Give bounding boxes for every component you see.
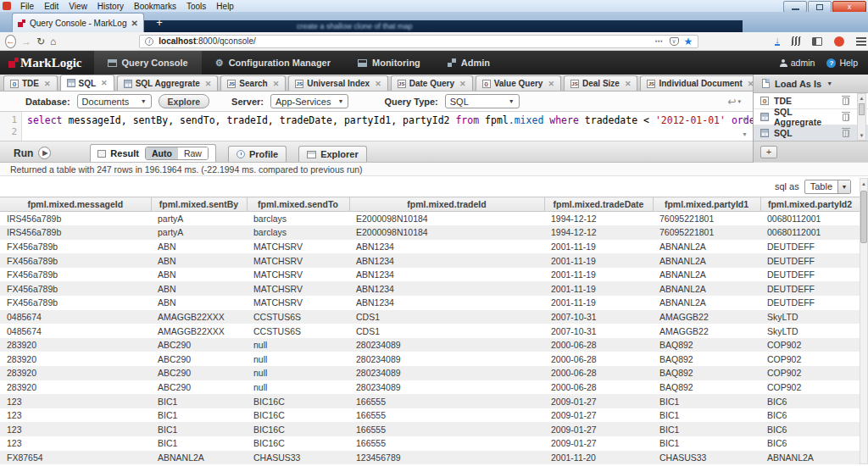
auto-raw-toggle: Auto Raw <box>145 147 209 160</box>
user-menu[interactable]: admin <box>780 58 815 68</box>
tab-sql[interactable]: SQL✕ <box>60 75 114 91</box>
forward-button[interactable]: → <box>21 36 31 47</box>
trash-icon[interactable] <box>843 130 849 137</box>
column-header[interactable]: fpml.mixed.tradeId <box>349 197 544 212</box>
sidebar-scrollbar[interactable]: ▲▼ <box>857 93 866 141</box>
page-actions-icon[interactable]: ⋯ <box>655 36 665 46</box>
tab-value-query[interactable]: {}Value Query✕ <box>476 75 561 91</box>
scroll-up-icon[interactable]: ▲ <box>858 94 865 103</box>
editor-scrollbar[interactable]: ▲▼ <box>740 115 749 137</box>
menu-item[interactable]: Edit <box>39 1 64 12</box>
close-icon[interactable]: ✕ <box>273 80 280 88</box>
site-info-icon[interactable]: i <box>145 37 153 46</box>
table-cell: BIC16C <box>247 408 349 423</box>
server-select[interactable]: App-Services▼ <box>270 94 348 108</box>
query-type-select[interactable]: SQL▼ <box>445 94 520 108</box>
extension-icon[interactable] <box>834 36 844 47</box>
menu-item[interactable]: File <box>15 1 39 12</box>
trash-icon[interactable] <box>843 114 849 121</box>
help-button[interactable]: ?Help <box>826 58 858 68</box>
tab-search[interactable]: JSSearch✕ <box>220 75 286 91</box>
menu-item[interactable]: Tools <box>181 1 211 12</box>
column-header[interactable]: fpml.mixed.partyId1 <box>653 197 760 212</box>
tab-close-icon[interactable]: ✕ <box>131 19 138 28</box>
column-header[interactable]: fpml.mixed.messageId <box>0 197 151 212</box>
nav-configuration-manager[interactable]: ⚙Configuration Manager <box>202 51 344 75</box>
home-icon[interactable]: ⌂ <box>50 36 56 47</box>
menu-hamburger-icon[interactable] <box>856 37 866 39</box>
downloads-icon[interactable]: ↓ <box>775 36 780 46</box>
close-icon[interactable]: ✕ <box>625 80 632 88</box>
url-text[interactable]: localhost:8000/qconsole/ <box>159 36 649 46</box>
tab-deal-size[interactable]: JSDeal Size✕ <box>564 75 637 91</box>
explore-button[interactable]: Explore <box>159 94 210 108</box>
tab-sql-aggregrate[interactable]: SQL Aggregrate✕ <box>117 75 219 91</box>
results-scrollbar[interactable]: ▲ <box>860 178 868 464</box>
close-icon[interactable]: ✕ <box>548 80 554 88</box>
column-header[interactable]: fpml.mixed.tradeDate <box>544 197 653 212</box>
menu-item[interactable]: Help <box>211 1 239 12</box>
tab-tde[interactable]: {}TDE✕ <box>3 75 58 91</box>
close-icon[interactable]: ✕ <box>101 79 108 87</box>
auto-toggle[interactable]: Auto <box>146 147 178 159</box>
close-icon[interactable]: ✕ <box>205 80 212 88</box>
close-icon[interactable]: ✕ <box>459 80 466 88</box>
new-tab-button[interactable]: + <box>149 15 170 31</box>
query-editor[interactable]: 12 select messageId, sentBy, sendTo, tra… <box>0 112 753 141</box>
scroll-thumb[interactable] <box>860 191 867 243</box>
sidebar-toggle-icon[interactable] <box>812 37 822 46</box>
column-header[interactable]: fpml.mixed.partyId2 <box>760 197 860 212</box>
sidebar-item-sql-aggregrate[interactable]: SQL Aggregrate <box>754 109 868 125</box>
scroll-up-icon[interactable]: ▲ <box>860 179 867 189</box>
maximize-button[interactable] <box>808 1 832 13</box>
back-button[interactable]: ← <box>5 35 16 48</box>
column-header[interactable]: fpml.mixed.sentBy <box>151 197 247 212</box>
scroll-thumb[interactable] <box>859 103 865 115</box>
tab-result[interactable]: Result <box>97 148 139 158</box>
tab-profile[interactable]: Profile <box>228 146 287 162</box>
table-cell: AMAGGB22 <box>653 310 760 325</box>
column-header[interactable]: fpml.mixed.sendTo <box>247 197 349 212</box>
status-bar: Returned a table with 247 rows in 196.19… <box>0 163 868 176</box>
table-cell: partyA <box>151 212 247 226</box>
add-query-button[interactable]: + <box>760 146 777 158</box>
nav-admin[interactable]: Admin <box>434 51 504 75</box>
table-cell: BIC1 <box>653 408 760 423</box>
scroll-down-icon[interactable]: ▼ <box>858 131 865 140</box>
close-icon[interactable]: ✕ <box>44 80 51 88</box>
scroll-up-icon[interactable]: ▲ <box>742 115 748 121</box>
menu-item[interactable]: View <box>64 1 92 12</box>
menu-item[interactable]: Bookmarks <box>129 1 181 12</box>
menu-item[interactable]: History <box>92 1 129 12</box>
nav-monitoring[interactable]: Monitoring <box>344 51 434 75</box>
sidebar-item-sql[interactable]: SQL <box>754 125 868 141</box>
tab-individual-document[interactable]: JSIndividual Document✕ <box>640 75 760 91</box>
table-cell: DEUTDEFF <box>760 268 860 282</box>
tab-date-query[interactable]: JSDate Query✕ <box>391 75 473 91</box>
play-icon[interactable]: ▶ <box>38 147 51 159</box>
table-row: 123 BIC1 BIC16C 166555 2009-01-27 BIC1 B… <box>0 394 860 408</box>
reload-icon[interactable]: ↻ <box>36 36 45 47</box>
load-as-is-button[interactable]: Load As Is ▼ <box>754 75 868 93</box>
nav-query-console[interactable]: Query Console <box>94 51 202 75</box>
scroll-down-icon[interactable]: ▼ <box>742 131 748 137</box>
run-button[interactable]: Run▶ <box>14 147 51 159</box>
minimize-button[interactable] <box>783 1 807 13</box>
library-icon[interactable] <box>791 36 800 46</box>
tab-explorer[interactable]: Explorer <box>298 146 367 162</box>
table-row: 123 BIC1 BIC16C 166555 2009-01-27 BIC1 B… <box>0 408 860 423</box>
trash-icon[interactable] <box>843 97 849 105</box>
browser-tab[interactable]: Query Console - MarkLogic ✕ <box>12 13 144 32</box>
table-cell: ABN1234 <box>349 253 544 268</box>
raw-toggle[interactable]: Raw <box>178 147 208 159</box>
bookmark-star-icon[interactable]: ★ <box>684 36 693 47</box>
tab-universal-index[interactable]: JSUniversal Index✕ <box>288 75 387 91</box>
close-button[interactable]: x <box>832 1 866 13</box>
history-icon[interactable]: ↩▾ <box>727 96 741 108</box>
close-icon[interactable]: ✕ <box>375 80 381 88</box>
query-code[interactable]: select messageId, sentBy, sendTo, tradeI… <box>27 114 732 126</box>
pocket-icon[interactable]: ∨ <box>670 37 679 46</box>
database-select[interactable]: Documents▼ <box>77 94 152 108</box>
url-bar[interactable]: i localhost:8000/qconsole/ ⋯ ∨ ★ <box>139 35 698 48</box>
view-as-select[interactable]: Table▼ <box>804 180 851 194</box>
